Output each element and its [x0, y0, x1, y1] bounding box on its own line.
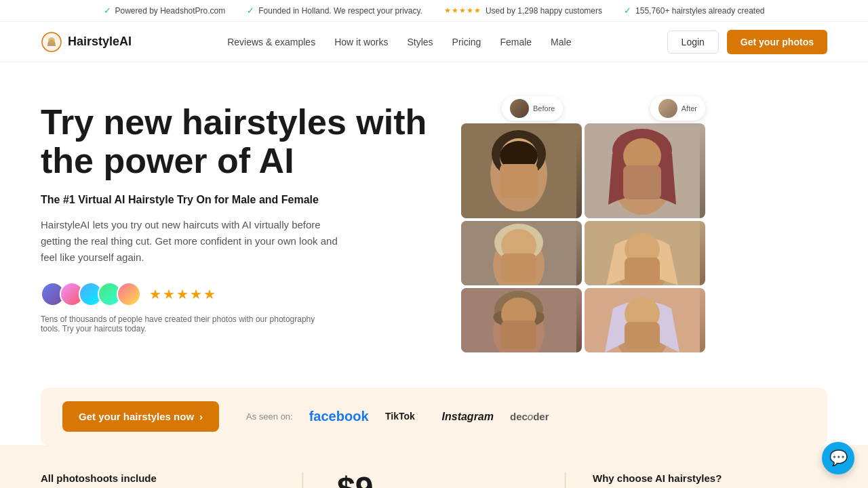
hero-right: Before After [461, 103, 719, 361]
check-icon-4: ✓ [624, 5, 631, 16]
female-hair-2 [585, 221, 705, 285]
nav-male[interactable]: Male [551, 37, 571, 47]
svg-point-1 [48, 37, 55, 44]
avatars [41, 282, 141, 306]
hero-section: Try new hairstyles with the power of AI … [0, 62, 868, 388]
hair-col-male [461, 123, 582, 352]
feature-col-1: All photoshoots include ✓ 30 unique hair… [41, 472, 302, 488]
male-hair-3 [461, 288, 582, 352]
logo[interactable]: HairstyleAI [41, 31, 132, 53]
after-thumb [658, 99, 677, 118]
feature-col-2: $9 one-time payment 1 HOUR DONE fast tur… [303, 472, 565, 488]
decoder-logo: decoder [510, 411, 549, 422]
avatar-row: ★★★★★ [41, 282, 434, 306]
topbar-item-2: ✓ Founded in Holland. We respect your pr… [247, 5, 422, 16]
facebook-logo: facebook [309, 409, 369, 424]
avatar-5 [117, 282, 141, 306]
feature-col-3: Why choose AI hairstyles? ✓ Indistinguis… [566, 472, 827, 488]
login-button[interactable]: Login [667, 30, 719, 54]
nav-links: Reviews & examples How it works Styles P… [227, 37, 571, 47]
topbar-item-4: ✓ 155,760+ hairstyles already created [624, 5, 764, 16]
svg-rect-12 [501, 253, 536, 282]
hero-title: Try new hairstyles with the power of AI [41, 103, 434, 180]
male-hair-2 [461, 221, 582, 285]
hero-left: Try new hairstyles with the power of AI … [41, 103, 434, 355]
male-hair-1 [461, 123, 582, 218]
get-photos-button[interactable]: Get your photos [727, 30, 827, 54]
navbar: HairstyleAI Reviews & examples How it wo… [0, 22, 868, 62]
svg-rect-22 [623, 165, 661, 199]
social-proof-text: Tens of thousands of people have created… [41, 314, 326, 333]
after-indicator: After [650, 96, 705, 121]
chat-widget[interactable]: 💬 [822, 442, 854, 474]
get-hairstyles-button[interactable]: Get your hairstyles now › [62, 401, 219, 432]
svg-rect-7 [500, 164, 538, 198]
female-hair-3 [585, 288, 705, 352]
top-bar: ✓ Powered by HeadshotPro.com ✓ Founded i… [0, 0, 868, 22]
nav-styles[interactable]: Styles [407, 37, 433, 47]
features-row: All photoshoots include ✓ 30 unique hair… [0, 445, 868, 488]
tiktok-logo: TikTok [385, 408, 426, 426]
hair-grid [461, 123, 705, 352]
stars-icon: ★★★★★ [444, 6, 481, 15]
nav-pricing[interactable]: Pricing [452, 37, 481, 47]
check-icon-1: ✓ [104, 5, 111, 16]
nav-actions: Login Get your photos [667, 30, 827, 54]
feature-title-1: All photoshoots include [41, 472, 275, 484]
check-icon-2: ✓ [247, 5, 254, 16]
female-hair-1 [585, 123, 705, 218]
hair-col-female [585, 123, 705, 352]
hero-subtitle: The #1 Virtual AI Hairstyle Try On for M… [41, 194, 434, 206]
svg-rect-26 [625, 258, 660, 283]
as-seen-label: As seen on: [246, 411, 293, 422]
nav-female[interactable]: Female [500, 37, 532, 47]
logo-icon [41, 31, 62, 53]
nav-how-it-works[interactable]: How it works [334, 37, 388, 47]
price-display: $9 [337, 472, 373, 488]
arrow-right-icon: › [199, 411, 203, 422]
nav-reviews[interactable]: Reviews & examples [227, 37, 315, 47]
topbar-item-1: ✓ Powered by HeadshotPro.com [104, 5, 226, 16]
svg-rect-17 [501, 321, 536, 349]
hero-stars: ★★★★★ [149, 286, 217, 302]
chat-icon: 💬 [829, 449, 848, 467]
social-logos: facebook TikTok Instagram decoder [309, 408, 549, 426]
before-thumb [510, 99, 529, 118]
svg-text:TikTok: TikTok [385, 411, 415, 422]
feature-title-3: Why choose AI hairstyles? [593, 472, 800, 484]
price-row: $9 one-time payment [337, 472, 538, 488]
svg-rect-30 [625, 322, 660, 349]
instagram-logo: Instagram [442, 411, 494, 423]
before-indicator: Before [502, 96, 563, 121]
topbar-item-3: ★★★★★ Used by 1,298 happy customers [444, 6, 602, 16]
cta-banner: Get your hairstyles now › As seen on: fa… [41, 388, 827, 445]
as-seen-on: As seen on: facebook TikTok Instagram de… [246, 408, 806, 426]
hero-description: HairstyleAI lets you try out new haircut… [41, 217, 339, 266]
